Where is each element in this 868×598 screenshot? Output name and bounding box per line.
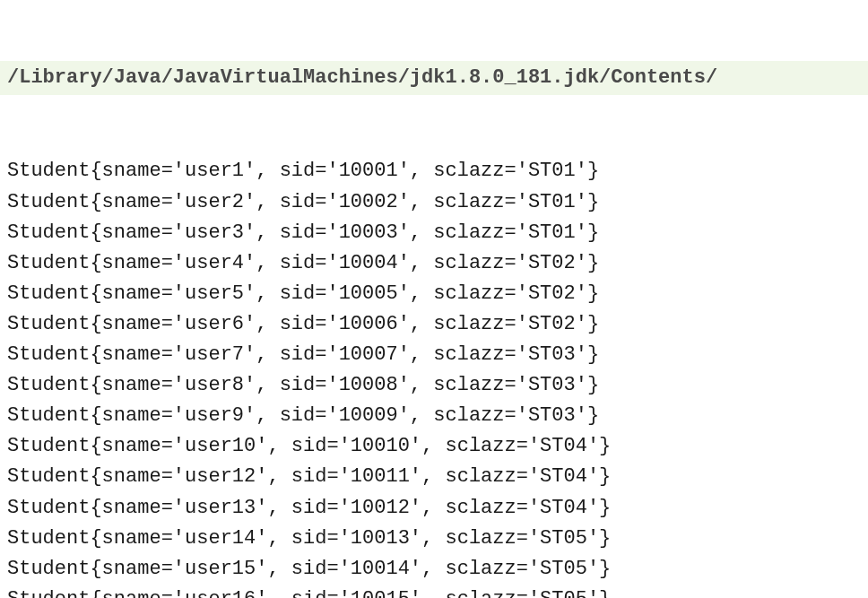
student-output-line: Student{sname='user5', sid='10005', scla… (0, 279, 868, 309)
student-output-line: Student{sname='user8', sid='10008', scla… (0, 370, 868, 401)
student-output-line: Student{sname='user7', sid='10007', scla… (0, 340, 868, 370)
student-output-line: Student{sname='user1', sid='10001', scla… (0, 156, 868, 186)
student-output-line: Student{sname='user2', sid='10002', scla… (0, 187, 868, 218)
student-output-line: Student{sname='user13', sid='10012', scl… (0, 493, 868, 524)
student-output-line: Student{sname='user6', sid='10006', scla… (0, 309, 868, 340)
student-output-line: Student{sname='user16', sid='10015', scl… (0, 585, 868, 598)
student-output-block: Student{sname='user1', sid='10001', scla… (0, 156, 868, 598)
student-output-line: Student{sname='user10', sid='10010', scl… (0, 431, 868, 462)
console-output-panel: /Library/Java/JavaVirtualMachines/jdk1.8… (0, 0, 868, 598)
execution-path-header: /Library/Java/JavaVirtualMachines/jdk1.8… (0, 61, 868, 95)
student-output-line: Student{sname='user3', sid='10003', scla… (0, 218, 868, 248)
student-output-line: Student{sname='user14', sid='10013', scl… (0, 524, 868, 554)
student-output-line: Student{sname='user9', sid='10009', scla… (0, 401, 868, 431)
student-output-line: Student{sname='user15', sid='10014', scl… (0, 554, 868, 585)
student-output-line: Student{sname='user12', sid='10011', scl… (0, 462, 868, 492)
student-output-line: Student{sname='user4', sid='10004', scla… (0, 248, 868, 279)
